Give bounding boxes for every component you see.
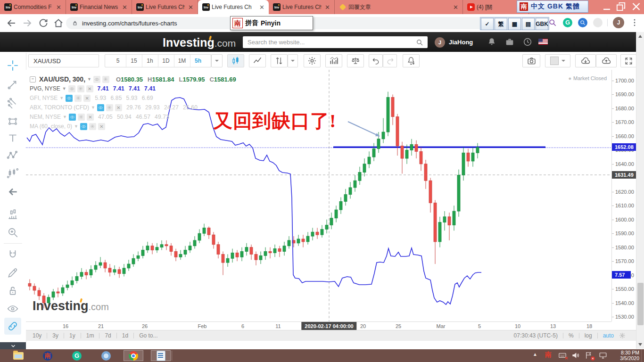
taskbar-clock[interactable]: 8:30 PM 3/5/2020 xyxy=(620,350,639,361)
remove-series-icon[interactable]: ✕ xyxy=(83,95,91,102)
site-search-box[interactable] xyxy=(243,36,428,48)
legend-overlay-row[interactable]: GFI, NYSE▼✕5.936.855.936.69 xyxy=(30,93,236,103)
visibility-eye-icon[interactable] xyxy=(68,85,75,92)
tray-overflow-icon[interactable]: ▲ xyxy=(533,352,537,357)
compare-button[interactable] xyxy=(271,54,288,67)
undo-icon[interactable] xyxy=(369,54,383,67)
browser-tab[interactable]: InvLive Futures Ch✕ xyxy=(269,0,335,14)
range-button-10y[interactable]: 10y xyxy=(33,332,41,339)
home-icon[interactable] xyxy=(53,17,64,29)
drawing-mode-icon[interactable] xyxy=(7,267,19,279)
disabled-extension-icon[interactable] xyxy=(593,18,603,27)
axis-settings-gear-icon[interactable] xyxy=(619,332,626,339)
interval-button-5h[interactable]: 5h xyxy=(190,55,206,67)
chart-canvas[interactable]: 又回到缺口了! − XAU/USD, 300, ▼ O1580.35H1581.… xyxy=(26,70,611,321)
visibility-eye-icon[interactable] xyxy=(80,123,87,130)
show-desktop-button[interactable] xyxy=(641,349,644,362)
time-axis[interactable]: 162126Feb6112025Mar51013182020-02-17 04:… xyxy=(26,321,611,330)
chart-type-line-button[interactable] xyxy=(249,54,266,67)
series-settings-gear-icon[interactable] xyxy=(78,114,85,121)
range-button-7d[interactable]: 7d xyxy=(105,332,111,339)
tray-volume-icon[interactable] xyxy=(571,351,580,360)
tab-close-icon[interactable]: ✕ xyxy=(452,4,460,11)
chart-type-candles-button[interactable] xyxy=(227,54,244,67)
browser-menu-icon[interactable] xyxy=(630,18,639,27)
magnet-mode-icon[interactable] xyxy=(7,249,19,261)
pitchfork-tool-icon[interactable] xyxy=(7,97,19,109)
tray-ime-icon[interactable]: 南 xyxy=(545,351,552,359)
goto-date-button[interactable]: Go to... xyxy=(139,332,157,339)
ime-toolbar-button[interactable]: ▤ xyxy=(522,18,535,30)
tab-close-icon[interactable]: ✕ xyxy=(121,4,129,11)
log-scale-button[interactable]: log xyxy=(585,332,592,339)
scrollbar-thumb[interactable] xyxy=(637,283,644,325)
screenshot-camera-icon[interactable] xyxy=(522,54,540,67)
range-button-1m[interactable]: 1m xyxy=(86,332,94,339)
series-settings-gear-icon[interactable] xyxy=(74,95,82,102)
visibility-eye-icon[interactable] xyxy=(66,95,73,102)
browser-tab[interactable]: 回覆文章✕ xyxy=(335,0,463,14)
legend-overlay-row[interactable]: PVG, NYSE▼✕7.417.417.417.41 xyxy=(30,84,236,93)
legend-overlay-row[interactable]: ABX, TORONTO (CFD)▼✕29.7629.9324.2725.60 xyxy=(30,103,236,112)
taskbar-chromium[interactable] xyxy=(96,350,116,361)
pattern-tool-icon[interactable] xyxy=(7,149,19,161)
compare-dropdown-icon[interactable] xyxy=(288,54,298,67)
measure-tool-icon[interactable] xyxy=(7,208,19,221)
range-button-1y[interactable]: 1y xyxy=(69,332,75,339)
interval-button-1M[interactable]: 1M xyxy=(174,55,190,67)
crosshair-tool-icon[interactable] xyxy=(7,59,19,72)
legend-overlay-row[interactable]: NEM, NYSE▼✕47.0550.9446.5749.73 xyxy=(30,112,236,122)
back-icon[interactable] xyxy=(6,17,17,29)
tab-close-icon[interactable]: ✕ xyxy=(187,4,195,11)
forward-icon[interactable] xyxy=(22,17,33,29)
search-icon[interactable] xyxy=(415,38,424,47)
browser-tab[interactable]: InvLive Futures Ch✕ xyxy=(132,0,198,14)
range-button-1d[interactable]: 1d xyxy=(122,332,128,339)
reload-icon[interactable] xyxy=(38,17,49,29)
browser-tab[interactable]: InvCommodities F✕ xyxy=(0,0,66,14)
tab-close-icon[interactable]: ✕ xyxy=(55,4,63,11)
window-minimize-button[interactable] xyxy=(600,0,614,13)
site-search-input[interactable] xyxy=(247,38,415,46)
tray-network-icon[interactable] xyxy=(599,351,607,360)
search-blue-extension-icon[interactable] xyxy=(578,18,587,27)
series-settings-gear-icon[interactable] xyxy=(77,85,84,92)
language-flag-icon[interactable] xyxy=(538,39,548,45)
auto-scale-button[interactable]: auto xyxy=(603,332,614,339)
visibility-eye-icon[interactable] xyxy=(69,114,76,121)
collapse-legend-icon[interactable]: − xyxy=(30,76,36,82)
indicators-icon[interactable] xyxy=(325,54,342,67)
tab-close-icon[interactable]: ✕ xyxy=(258,4,266,11)
fullscreen-icon[interactable] xyxy=(620,54,636,67)
compare-scales-icon[interactable] xyxy=(347,54,364,67)
recent-clock-icon[interactable] xyxy=(522,37,533,47)
interval-button-1h[interactable]: 1h xyxy=(142,55,158,67)
percent-scale-button[interactable]: % xyxy=(569,332,574,339)
portfolio-briefcase-icon[interactable] xyxy=(504,37,515,47)
ime-toolbar-button[interactable]: ▦ xyxy=(508,18,521,30)
text-tool-icon[interactable] xyxy=(7,132,19,144)
remove-series-icon[interactable]: ✕ xyxy=(115,104,122,111)
visibility-eye-icon[interactable] xyxy=(97,104,104,111)
taskbar-ime-app[interactable]: 南 xyxy=(38,350,58,361)
background-picker-button[interactable] xyxy=(545,54,570,67)
remove-series-icon[interactable]: ✕ xyxy=(98,123,105,130)
visibility-eye-icon[interactable] xyxy=(93,76,100,83)
interval-button-1D[interactable]: 1D xyxy=(158,55,174,67)
scroll-down-icon[interactable] xyxy=(638,343,642,346)
scroll-up-icon[interactable] xyxy=(638,35,642,38)
ime-toolbar-button[interactable]: ✓ xyxy=(481,18,494,30)
price-axis[interactable]: 1700.001690.001680.001670.001660.001650.… xyxy=(611,70,636,321)
browser-profile-avatar[interactable]: J xyxy=(613,17,624,28)
trend-line-tool-icon[interactable] xyxy=(7,78,19,90)
taskbar-writer[interactable] xyxy=(151,350,171,361)
alert-bell-icon[interactable] xyxy=(403,54,420,67)
interval-button-15[interactable]: 15 xyxy=(126,55,142,67)
symbol-button[interactable]: XAU/USD xyxy=(28,54,99,67)
notifications-bell-icon[interactable] xyxy=(487,37,497,47)
tray-action-center-flag-icon[interactable]: ✕ xyxy=(585,351,593,360)
window-close-button[interactable] xyxy=(628,0,644,13)
ime-input-area[interactable] xyxy=(283,17,311,29)
search-extension-icon[interactable] xyxy=(548,18,557,27)
series-settings-gear-icon[interactable] xyxy=(89,123,96,130)
